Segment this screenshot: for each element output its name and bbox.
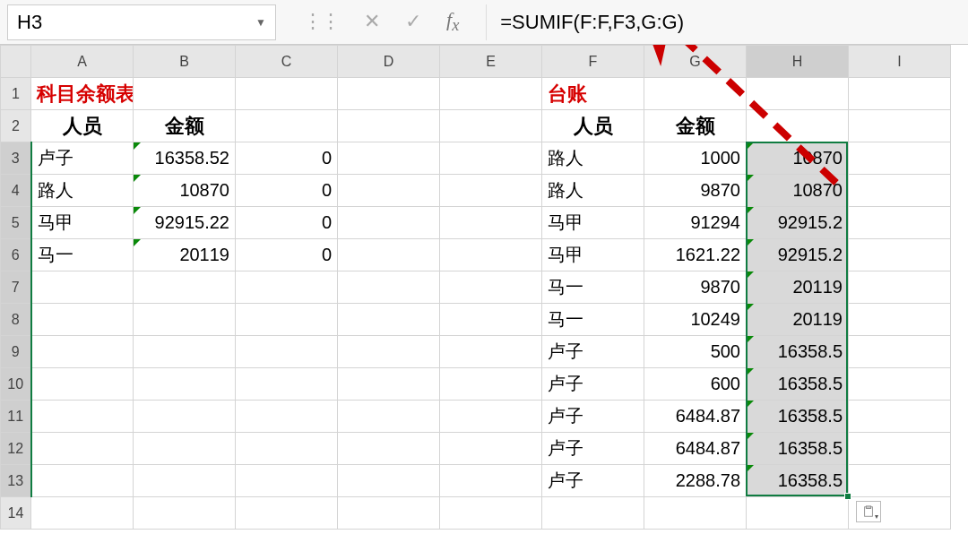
cell-A11[interactable] <box>31 401 134 433</box>
cell-D9[interactable] <box>338 336 440 368</box>
cell-F1[interactable]: 台账 <box>542 78 644 110</box>
col-header-F[interactable]: F <box>542 46 644 78</box>
col-header-D[interactable]: D <box>338 46 440 78</box>
cell-F9[interactable]: 卢子 <box>542 336 644 368</box>
row-header-8[interactable]: 8 <box>1 304 31 336</box>
cell-I7[interactable] <box>849 271 951 304</box>
cell-C14[interactable] <box>236 497 338 530</box>
grid[interactable]: ABCDEFGHI1科目余额表台账2人员金额人员金额3卢子16358.520路人… <box>0 45 951 530</box>
cell-E13[interactable] <box>440 465 542 497</box>
cell-I8[interactable] <box>849 304 951 336</box>
cancel-icon[interactable]: ✕ <box>364 10 380 33</box>
cell-C11[interactable] <box>236 401 338 433</box>
cell-D5[interactable] <box>338 207 440 239</box>
cell-H4[interactable]: 10870 <box>747 175 849 207</box>
cell-D2[interactable] <box>338 110 440 142</box>
cell-E12[interactable] <box>440 433 542 465</box>
cell-I9[interactable] <box>849 336 951 368</box>
cell-B2[interactable]: 金额 <box>134 110 236 142</box>
cell-G11[interactable]: 6484.87 <box>644 401 747 433</box>
cell-C1[interactable] <box>236 78 338 110</box>
cell-I13[interactable] <box>849 465 951 497</box>
cell-E9[interactable] <box>440 336 542 368</box>
cell-I5[interactable] <box>849 207 951 239</box>
cell-G5[interactable]: 91294 <box>644 207 747 239</box>
cell-G14[interactable] <box>644 497 747 530</box>
cell-I3[interactable] <box>849 142 951 175</box>
cell-C6[interactable]: 0 <box>236 239 338 271</box>
cell-C9[interactable] <box>236 336 338 368</box>
cell-I6[interactable] <box>849 239 951 271</box>
cell-A3[interactable]: 卢子 <box>31 142 134 175</box>
cell-H9[interactable]: 16358.5 <box>747 336 849 368</box>
cell-B9[interactable] <box>134 336 236 368</box>
cell-I1[interactable] <box>849 78 951 110</box>
cell-F11[interactable]: 卢子 <box>542 401 644 433</box>
cell-C12[interactable] <box>236 433 338 465</box>
cell-E7[interactable] <box>440 271 542 304</box>
cell-A12[interactable] <box>31 433 134 465</box>
row-header-14[interactable]: 14 <box>1 497 31 530</box>
cell-B13[interactable] <box>134 465 236 497</box>
cell-D7[interactable] <box>338 271 440 304</box>
cell-E14[interactable] <box>440 497 542 530</box>
cell-B11[interactable] <box>134 401 236 433</box>
cell-B12[interactable] <box>134 433 236 465</box>
cell-F2[interactable]: 人员 <box>542 110 644 142</box>
cell-G4[interactable]: 9870 <box>644 175 747 207</box>
cell-D12[interactable] <box>338 433 440 465</box>
cell-D3[interactable] <box>338 142 440 175</box>
cell-B7[interactable] <box>134 271 236 304</box>
cell-H12[interactable]: 16358.5 <box>747 433 849 465</box>
cell-G9[interactable]: 500 <box>644 336 747 368</box>
cell-A1[interactable]: 科目余额表 <box>31 78 134 110</box>
row-header-11[interactable]: 11 <box>1 401 31 433</box>
cell-C13[interactable] <box>236 465 338 497</box>
cell-G8[interactable]: 10249 <box>644 304 747 336</box>
cell-E1[interactable] <box>440 78 542 110</box>
cell-A10[interactable] <box>31 368 134 401</box>
name-box[interactable]: H3 ▼ <box>7 4 276 40</box>
select-all-corner[interactable] <box>1 46 31 78</box>
cell-F13[interactable]: 卢子 <box>542 465 644 497</box>
cell-D6[interactable] <box>338 239 440 271</box>
cell-H8[interactable]: 20119 <box>747 304 849 336</box>
cell-B5[interactable]: 92915.22 <box>134 207 236 239</box>
cell-I12[interactable] <box>849 433 951 465</box>
cell-F4[interactable]: 路人 <box>542 175 644 207</box>
col-header-I[interactable]: I <box>849 46 951 78</box>
cell-C2[interactable] <box>236 110 338 142</box>
cell-G3[interactable]: 1000 <box>644 142 747 175</box>
col-header-B[interactable]: B <box>134 46 236 78</box>
cell-D13[interactable] <box>338 465 440 497</box>
cell-D1[interactable] <box>338 78 440 110</box>
cell-C5[interactable]: 0 <box>236 207 338 239</box>
cell-G7[interactable]: 9870 <box>644 271 747 304</box>
cell-H7[interactable]: 20119 <box>747 271 849 304</box>
col-header-H[interactable]: H <box>747 46 849 78</box>
row-header-9[interactable]: 9 <box>1 336 31 368</box>
cell-B6[interactable]: 20119 <box>134 239 236 271</box>
cell-A8[interactable] <box>31 304 134 336</box>
cell-A4[interactable]: 路人 <box>31 175 134 207</box>
cell-E6[interactable] <box>440 239 542 271</box>
options-icon[interactable]: ⋮⋮ <box>303 10 339 33</box>
row-header-13[interactable]: 13 <box>1 465 31 497</box>
cell-F6[interactable]: 马甲 <box>542 239 644 271</box>
col-header-A[interactable]: A <box>31 46 134 78</box>
cell-F12[interactable]: 卢子 <box>542 433 644 465</box>
cell-H3[interactable]: 10870 <box>747 142 849 175</box>
cell-A7[interactable] <box>31 271 134 304</box>
cell-A14[interactable] <box>31 497 134 530</box>
cell-E8[interactable] <box>440 304 542 336</box>
cell-E2[interactable] <box>440 110 542 142</box>
cell-C7[interactable] <box>236 271 338 304</box>
col-header-E[interactable]: E <box>440 46 542 78</box>
cell-B4[interactable]: 10870 <box>134 175 236 207</box>
worksheet[interactable]: ABCDEFGHI1科目余额表台账2人员金额人员金额3卢子16358.520路人… <box>0 45 968 530</box>
cell-D14[interactable] <box>338 497 440 530</box>
row-header-5[interactable]: 5 <box>1 207 31 239</box>
row-header-2[interactable]: 2 <box>1 110 31 142</box>
cell-D8[interactable] <box>338 304 440 336</box>
cell-E4[interactable] <box>440 175 542 207</box>
